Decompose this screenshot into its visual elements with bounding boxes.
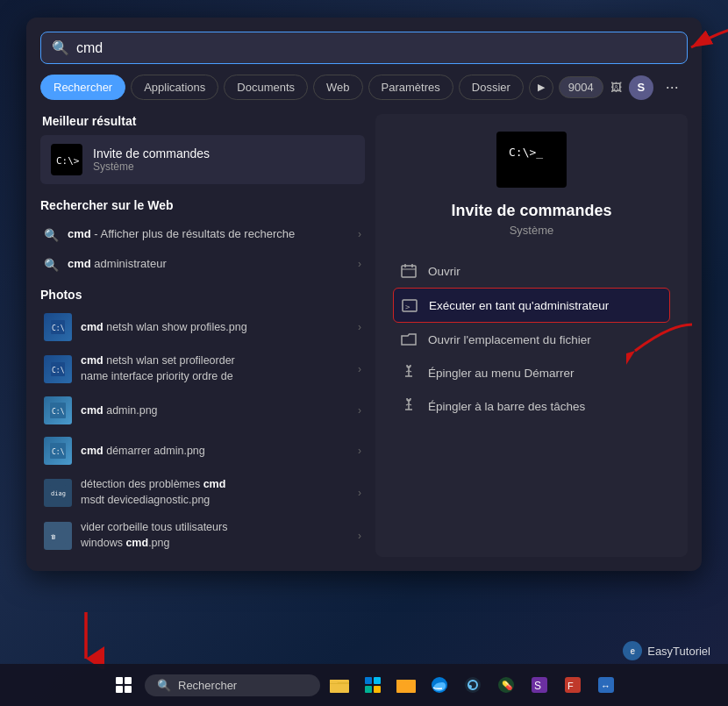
- taskbar-search[interactable]: 🔍 Rechercher: [145, 674, 320, 696]
- tab-documents[interactable]: Documents: [224, 75, 308, 100]
- taskbar-search-icon: 🔍: [157, 679, 171, 692]
- folder-icon: [400, 331, 418, 348]
- web-item-0-text: cmd - Afficher plus de résultats de rech…: [68, 226, 295, 242]
- action-list: Ouvrir >_ Exécuter en tant qu'administra…: [393, 254, 670, 423]
- start-grid-icon: [116, 677, 132, 693]
- photo-item-2[interactable]: C:\ cmd admin.png ›: [40, 390, 365, 431]
- tab-rechercher[interactable]: Rechercher: [40, 75, 125, 100]
- svg-text:💊: 💊: [502, 680, 513, 691]
- tab-user[interactable]: S: [629, 75, 653, 100]
- chevron-icon-1: ›: [358, 258, 361, 270]
- svg-text:🗑: 🗑: [51, 534, 56, 539]
- svg-text:C:\: C:\: [52, 324, 65, 332]
- web-item-0-left: 🔍 cmd - Afficher plus de résultats de re…: [44, 226, 295, 242]
- search-panel: 🔍 Rechercher Applications Documents Web …: [26, 18, 702, 571]
- best-result-item[interactable]: C:\> Invite de commandes Système: [40, 135, 365, 184]
- svg-text:S: S: [534, 680, 541, 692]
- photo-item-0[interactable]: C:\ cmd netsh wlan show profiles.png ›: [40, 307, 365, 347]
- app-preview-name: Invite de commandes: [451, 202, 611, 220]
- taskbar-app-purple[interactable]: S: [525, 671, 553, 699]
- photos-title: Photos: [40, 288, 365, 302]
- photo-item-3-left: C:\ cmd démarrer admin.png: [44, 437, 205, 465]
- action-pin-taskbar[interactable]: Épingler à la barre des tâches: [393, 389, 670, 423]
- svg-rect-31: [396, 680, 404, 683]
- run-admin-icon: >_: [401, 296, 418, 314]
- web-search-icon-1: 🔍: [44, 258, 59, 272]
- web-item-1[interactable]: 🔍 cmd administrateur ›: [40, 249, 365, 279]
- photo-thumb-2: C:\: [44, 396, 72, 424]
- svg-point-35: [468, 685, 472, 688]
- watermark: e EasyTutoriel: [623, 641, 710, 660]
- taskbar-app-blue[interactable]: ↔: [592, 671, 620, 699]
- taskbar-app-red[interactable]: F: [559, 671, 587, 699]
- tab-applications[interactable]: Applications: [131, 75, 218, 100]
- cmd-icon-small: C:\>: [51, 144, 82, 175]
- search-icon: 🔍: [52, 39, 69, 56]
- best-result-title: Meilleur résultat: [40, 114, 365, 128]
- photo-thumb-1: C:\: [44, 355, 72, 383]
- chevron-icon-0: ›: [358, 228, 361, 240]
- taskbar-folder2[interactable]: [392, 671, 420, 699]
- taskbar-explorer[interactable]: [325, 671, 353, 699]
- photo-text-5: vider corbeille tous utilisateurswindows…: [81, 520, 227, 551]
- app-preview-icon: C:\>_: [496, 132, 567, 188]
- search-input[interactable]: [76, 40, 676, 56]
- photo-item-4-left: diag détection des problèmes cmdmsdt dev…: [44, 477, 225, 508]
- photo-chevron-5: ›: [358, 530, 361, 542]
- desktop: 🔍 Rechercher Applications Documents Web …: [0, 0, 728, 706]
- photo-item-3[interactable]: C:\ cmd démarrer admin.png ›: [40, 431, 365, 471]
- svg-rect-17: [402, 266, 416, 277]
- photo-chevron-2: ›: [358, 404, 361, 417]
- action-open-location-label: Ouvrir l'emplacement du fichier: [428, 333, 591, 346]
- tab-parametres[interactable]: Paramètres: [368, 75, 453, 100]
- taskbar-edge[interactable]: [425, 671, 453, 699]
- action-open[interactable]: Ouvrir: [393, 254, 670, 288]
- photo-item-5[interactable]: 🗑 vider corbeille tous utilisateurswindo…: [40, 514, 365, 557]
- taskbar-app-green[interactable]: 💊: [492, 671, 520, 699]
- start-button[interactable]: [108, 669, 139, 701]
- right-panel: C:\>_ Invite de commandes Système Ouvrir: [375, 114, 688, 557]
- web-item-0[interactable]: 🔍 cmd - Afficher plus de résultats de re…: [40, 219, 365, 249]
- left-panel: Meilleur résultat C:\> Invite de command…: [40, 114, 365, 557]
- action-pin-taskbar-label: Épingler à la barre des tâches: [428, 400, 585, 413]
- web-item-1-left: 🔍 cmd administrateur: [44, 256, 167, 272]
- taskbar-steam[interactable]: [459, 671, 487, 699]
- photo-thumb-5: 🗑: [44, 522, 72, 550]
- svg-text:C:\>_: C:\>_: [509, 146, 543, 159]
- photo-thumb-4: diag: [44, 479, 72, 507]
- main-content: Meilleur résultat C:\> Invite de command…: [40, 114, 688, 571]
- svg-text:↔: ↔: [601, 681, 610, 691]
- taskbar-search-label: Rechercher: [178, 679, 237, 692]
- action-pin-start[interactable]: Épingler au menu Démarrer: [393, 356, 670, 389]
- svg-rect-25: [330, 680, 338, 683]
- photo-text-2: cmd admin.png: [81, 403, 158, 419]
- svg-text:diag: diag: [51, 490, 66, 497]
- web-search-title: Rechercher sur le Web: [40, 198, 365, 212]
- svg-text:C:\: C:\: [52, 408, 65, 416]
- svg-text:C:\>: C:\>: [56, 155, 79, 167]
- tab-more[interactable]: ···: [659, 76, 686, 98]
- svg-rect-29: [374, 686, 381, 693]
- pin-taskbar-icon: [400, 397, 418, 415]
- photo-item-1[interactable]: C:\ cmd netsh wlan set profileordername …: [40, 347, 365, 390]
- action-run-admin[interactable]: >_ Exécuter en tant qu'administrateur: [393, 288, 670, 323]
- tab-play-button[interactable]: ▶: [529, 75, 553, 100]
- tab-web[interactable]: Web: [313, 75, 363, 100]
- web-item-1-text: cmd administrateur: [68, 256, 167, 272]
- action-open-location[interactable]: Ouvrir l'emplacement du fichier: [393, 323, 670, 356]
- photo-item-4[interactable]: diag détection des problèmes cmdmsdt dev…: [40, 471, 365, 514]
- photo-text-3: cmd démarrer admin.png: [81, 444, 205, 460]
- taskbar: 🔍 Rechercher 💊 S F ↔: [0, 664, 728, 706]
- tab-dossier[interactable]: Dossier: [459, 75, 524, 100]
- photo-chevron-1: ›: [358, 363, 361, 375]
- tab-badge-9004[interactable]: 9004: [559, 76, 603, 98]
- taskbar-store[interactable]: [359, 671, 387, 699]
- svg-text:C:\: C:\: [52, 367, 65, 374]
- best-result-type: Système: [93, 160, 210, 173]
- action-run-admin-label: Exécuter en tant qu'administrateur: [429, 299, 609, 312]
- search-bar[interactable]: 🔍: [40, 32, 688, 64]
- svg-text:F: F: [567, 681, 574, 691]
- photo-thumb-0: C:\: [44, 313, 72, 341]
- photo-chevron-0: ›: [358, 321, 361, 333]
- action-pin-start-label: Épingler au menu Démarrer: [428, 367, 575, 380]
